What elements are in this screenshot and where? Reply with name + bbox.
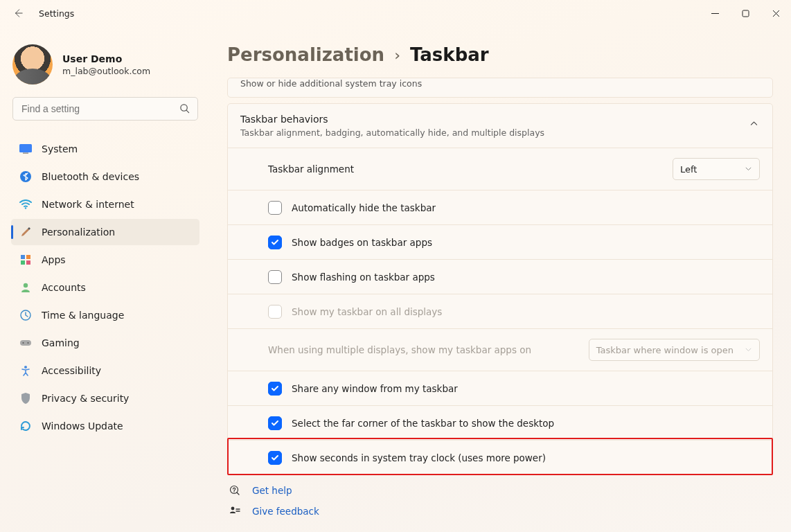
accessibility-icon — [19, 364, 32, 377]
flashing-row: Show flashing on taskbar apps — [228, 259, 772, 294]
select-value: Taskbar where window is open — [596, 345, 734, 355]
nav-label: Privacy & security — [42, 393, 129, 404]
link-label: Get help — [252, 485, 292, 496]
show-seconds-checkbox[interactable] — [268, 451, 282, 465]
svg-rect-8 — [21, 260, 25, 265]
scroll-area: Show or hide additional system tray icon… — [227, 78, 773, 525]
main: Personalization › Taskbar Show or hide a… — [208, 26, 791, 532]
far-corner-checkbox[interactable] — [268, 416, 282, 430]
avatar — [12, 44, 53, 85]
far-corner-row: Select the far corner of the taskbar to … — [228, 405, 772, 440]
paintbrush-icon — [19, 226, 32, 238]
chevron-up-icon — [749, 119, 758, 130]
nav-label: Bluetooth & devices — [42, 171, 139, 182]
system-icon — [19, 143, 32, 155]
sidebar-item-accounts[interactable]: Accounts — [11, 274, 199, 301]
multi-display-select: Taskbar where window is open — [589, 339, 760, 361]
chevron-down-icon — [745, 345, 752, 355]
taskbar-behaviors-header[interactable]: Taskbar behaviors Taskbar alignment, bad… — [228, 104, 772, 148]
chevron-right-icon: › — [394, 46, 400, 64]
minimize-button[interactable] — [700, 3, 730, 24]
shield-icon — [19, 392, 32, 405]
profile-block[interactable]: User Demo m_lab@outlook.com — [11, 42, 199, 97]
svg-point-10 — [24, 283, 28, 287]
back-button[interactable] — [12, 8, 24, 19]
breadcrumb-parent[interactable]: Personalization — [227, 44, 384, 65]
row-label: Show badges on taskbar apps — [292, 237, 432, 248]
apps-icon — [19, 254, 32, 266]
select-value: Left — [680, 164, 697, 175]
chevron-down-icon — [745, 164, 752, 175]
all-displays-checkbox — [268, 305, 282, 319]
row-label: Select the far corner of the taskbar to … — [292, 418, 554, 429]
clock-icon — [19, 309, 32, 321]
breadcrumb-current: Taskbar — [410, 44, 489, 65]
svg-point-15 — [24, 366, 27, 369]
sidebar-item-system[interactable]: System — [11, 136, 199, 162]
svg-point-17 — [233, 492, 234, 493]
svg-rect-9 — [26, 260, 30, 265]
sidebar-item-network[interactable]: Network & internet — [11, 191, 199, 218]
search-input[interactable] — [12, 97, 198, 121]
profile-name: User Demo — [62, 53, 150, 64]
svg-point-5 — [25, 207, 26, 209]
sidebar-item-personalization[interactable]: Personalization — [11, 219, 199, 245]
svg-point-1 — [181, 105, 187, 111]
all-displays-row: Show my taskbar on all displays — [228, 294, 772, 328]
link-label: Give feedback — [252, 506, 319, 517]
sidebar-item-update[interactable]: Windows Update — [11, 413, 199, 439]
taskbar-behaviors-card: Taskbar behaviors Taskbar alignment, bad… — [227, 103, 773, 475]
row-label: Show seconds in system tray clock (uses … — [292, 452, 546, 463]
show-seconds-row: Show seconds in system tray clock (uses … — [228, 440, 772, 475]
flashing-checkbox[interactable] — [268, 270, 282, 284]
other-tray-icons-card[interactable]: Show or hide additional system tray icon… — [227, 78, 773, 98]
breadcrumb: Personalization › Taskbar — [227, 44, 773, 65]
badges-checkbox[interactable] — [268, 236, 282, 249]
help-icon — [229, 485, 241, 496]
sidebar-item-gaming[interactable]: Gaming — [11, 330, 199, 356]
row-label: Automatically hide the taskbar — [292, 202, 436, 213]
row-label: Share any window from my taskbar — [292, 383, 458, 394]
nav-label: Gaming — [42, 337, 80, 348]
nav-label: Windows Update — [42, 420, 123, 432]
feedback-icon — [229, 506, 241, 517]
wifi-icon — [19, 198, 32, 211]
sidebar-item-privacy[interactable]: Privacy & security — [11, 385, 199, 411]
svg-rect-3 — [23, 153, 28, 154]
taskbar-alignment-row: Taskbar alignment Left — [228, 148, 772, 190]
taskbar-alignment-select[interactable]: Left — [673, 158, 760, 180]
gamepad-icon — [19, 337, 32, 349]
close-button[interactable] — [761, 3, 791, 24]
svg-rect-6 — [21, 255, 25, 259]
nav-label: Personalization — [42, 227, 115, 238]
multi-display-row: When using multiple displays, show my ta… — [228, 328, 772, 371]
get-help-link[interactable]: Get help — [229, 485, 773, 496]
search-icon — [179, 103, 190, 116]
card-subtitle: Show or hide additional system tray icon… — [240, 78, 760, 89]
footer-links: Get help Give feedback — [227, 485, 773, 517]
nav-label: Accessibility — [42, 365, 101, 376]
row-label: Show my taskbar on all displays — [292, 306, 442, 317]
give-feedback-link[interactable]: Give feedback — [229, 506, 773, 517]
nav-label: Apps — [42, 254, 66, 265]
sidebar-item-bluetooth[interactable]: Bluetooth & devices — [11, 163, 199, 190]
titlebar: Settings — [0, 0, 791, 26]
window-controls — [700, 3, 791, 24]
sidebar: User Demo m_lab@outlook.com System Bluet… — [0, 26, 208, 532]
bluetooth-icon — [19, 170, 32, 183]
search-wrap — [12, 97, 198, 121]
card-title: Taskbar behaviors — [240, 114, 739, 125]
person-icon — [19, 281, 32, 294]
row-label: When using multiple displays, show my ta… — [268, 344, 531, 355]
share-window-checkbox[interactable] — [268, 382, 282, 396]
auto-hide-row: Automatically hide the taskbar — [228, 190, 772, 224]
auto-hide-checkbox[interactable] — [268, 201, 282, 215]
sidebar-item-apps[interactable]: Apps — [11, 247, 199, 273]
nav: System Bluetooth & devices Network & int… — [11, 136, 199, 439]
svg-point-14 — [28, 342, 29, 344]
sidebar-item-time[interactable]: Time & language — [11, 302, 199, 328]
share-window-row: Share any window from my taskbar — [228, 371, 772, 405]
sidebar-item-accessibility[interactable]: Accessibility — [11, 357, 199, 384]
nav-label: Accounts — [42, 282, 86, 293]
maximize-button[interactable] — [730, 3, 761, 24]
